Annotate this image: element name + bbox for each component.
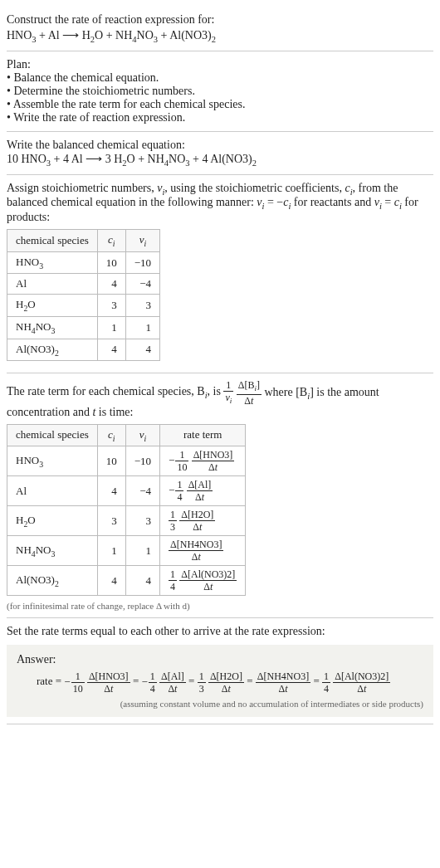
table-row: Al(NO3)24414 Δ[Al(NO3)2]Δt [7, 566, 246, 596]
cell-ci: 10 [97, 251, 125, 274]
rateterm-body: HNO310−10−110 Δ[HNO3]ΔtAl4−4−14 Δ[Al]ΔtH… [7, 446, 246, 596]
table-header-row: chemical species ci νi rate term [7, 424, 246, 446]
balanced-section: Write the balanced chemical equation: 10… [7, 132, 433, 175]
cell-ci: 3 [97, 295, 125, 317]
col-ci: ci [97, 230, 125, 252]
plan-heading: Plan: [7, 58, 433, 71]
intro-equation: HNO3 + Al ⟶ H2O + NH4NO3 + Al(NO3)2 [7, 28, 433, 44]
cell-ci: 1 [97, 316, 125, 339]
cell-ci: 10 [97, 446, 125, 476]
answer-label: Answer: [17, 653, 423, 666]
cell-vi: 1 [125, 316, 159, 339]
cell-rateterm: 14 Δ[Al(NO3)2]Δt [160, 566, 246, 596]
table-row: HNO310−10 [7, 251, 160, 274]
cell-vi: 1 [125, 536, 159, 566]
table-header-row: chemical species ci νi [7, 230, 160, 252]
cell-ci: 4 [97, 566, 125, 596]
plan-section: Plan: • Balance the chemical equation. •… [7, 51, 433, 132]
rateterm-intro-mid: , is [208, 386, 224, 398]
cell-rateterm: −14 Δ[Al]Δt [160, 476, 246, 506]
dBi-dt-frac: Δ[Bi]Δt [237, 380, 262, 405]
balanced-equation: 10 HNO3 + 4 Al ⟶ 3 H2O + NH4NO3 + 4 Al(N… [7, 152, 433, 168]
cell-rateterm: Δ[NH4NO3]Δt [160, 536, 246, 566]
cell-species: HNO3 [7, 446, 98, 476]
one-over-nu-frac: 1νi [223, 380, 233, 405]
cell-species: NH4NO3 [7, 536, 98, 566]
rateterm-section: The rate term for each chemical species,… [7, 373, 433, 618]
balanced-heading: Write the balanced chemical equation: [7, 139, 433, 152]
intro-section: Construct the rate of reaction expressio… [7, 7, 433, 51]
cell-species: H2O [7, 506, 98, 536]
cell-ci: 4 [97, 274, 125, 295]
cell-species: NH4NO3 [7, 316, 98, 339]
table-row: Al4−4 [7, 274, 160, 295]
stoich-body: HNO310−10Al4−4H2O33NH4NO311Al(NO3)244 [7, 251, 160, 360]
cell-vi: 4 [125, 339, 159, 361]
cell-rateterm: −110 Δ[HNO3]Δt [160, 446, 246, 476]
plan-item: • Determine the stoichiometric numbers. [7, 85, 433, 98]
plan-item: • Assemble the rate term for each chemic… [7, 98, 433, 111]
table-row: NH4NO311Δ[NH4NO3]Δt [7, 536, 246, 566]
table-row: NH4NO311 [7, 316, 160, 339]
cell-ci: 4 [97, 339, 125, 361]
col-vi: νi [125, 424, 159, 446]
intro-prompt: Construct the rate of reaction expressio… [7, 13, 433, 27]
cell-rateterm: 13 Δ[H2O]Δt [160, 506, 246, 536]
cell-species: Al [7, 476, 98, 506]
rateterm-table: chemical species ci νi rate term HNO310−… [7, 424, 246, 597]
plan-item: • Balance the chemical equation. [7, 71, 433, 85]
col-vi: νi [125, 230, 159, 252]
cell-species: Al [7, 274, 98, 295]
cell-vi: −10 [125, 251, 159, 274]
final-heading: Set the rate terms equal to each other t… [7, 625, 433, 638]
col-species: chemical species [7, 230, 98, 252]
col-rateterm: rate term [160, 424, 246, 446]
cell-vi: 3 [125, 295, 159, 317]
stoich-intro: Assign stoichiometric numbers, νi, using… [7, 182, 433, 225]
col-species: chemical species [7, 424, 98, 446]
cell-vi: −4 [125, 476, 159, 506]
rateterm-intro: The rate term for each chemical species,… [7, 380, 433, 418]
cell-ci: 1 [97, 536, 125, 566]
stoich-table: chemical species ci νi HNO310−10Al4−4H2O… [7, 229, 160, 361]
table-row: HNO310−10−110 Δ[HNO3]Δt [7, 446, 246, 476]
cell-species: H2O [7, 295, 98, 317]
table-row: Al4−4−14 Δ[Al]Δt [7, 476, 246, 506]
table-row: H2O3313 Δ[H2O]Δt [7, 506, 246, 536]
rateterm-note: (for infinitesimal rate of change, repla… [7, 601, 433, 611]
rateterm-intro-pre: The rate term for each chemical species,… [7, 386, 205, 398]
final-section: Set the rate terms equal to each other t… [7, 618, 433, 724]
table-row: Al(NO3)244 [7, 339, 160, 361]
plan-item: • Write the rate of reaction expression. [7, 111, 433, 124]
cell-vi: 3 [125, 506, 159, 536]
cell-vi: 4 [125, 566, 159, 596]
cell-species: Al(NO3)2 [7, 339, 98, 361]
col-ci: ci [97, 424, 125, 446]
assumption-note: (assuming constant volume and no accumul… [17, 699, 423, 709]
answer-box: Answer: rate = −110 Δ[HNO3]Δt = −14 Δ[Al… [7, 645, 433, 717]
cell-species: Al(NO3)2 [7, 566, 98, 596]
stoich-section: Assign stoichiometric numbers, νi, using… [7, 175, 433, 374]
cell-species: HNO3 [7, 251, 98, 274]
cell-ci: 3 [97, 506, 125, 536]
rate-expression: rate = −110 Δ[HNO3]Δt = −14 Δ[Al]Δt = 13… [17, 671, 423, 694]
cell-vi: −4 [125, 274, 159, 295]
table-row: H2O33 [7, 295, 160, 317]
cell-ci: 4 [97, 476, 125, 506]
cell-vi: −10 [125, 446, 159, 476]
